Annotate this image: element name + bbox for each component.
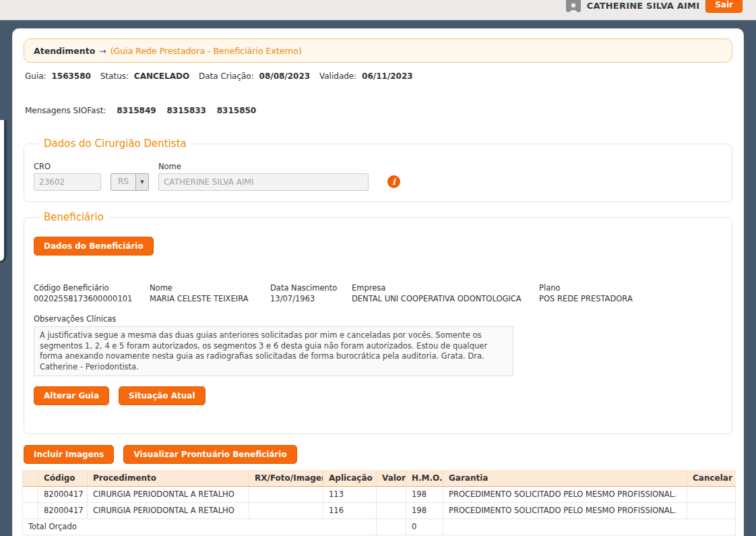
header-codigo: Código (38, 470, 88, 486)
guia-number: 1563580 (51, 71, 90, 81)
procedimento-cell: CIRURGIA PERIODONTAL A RETALHO (88, 502, 249, 518)
header-rx-foto-imagem: RX/Foto/Imagem (249, 470, 323, 486)
codigo-cell: 82000417 (38, 486, 88, 502)
cancelar-cell[interactable] (687, 486, 736, 502)
user-avatar-icon (566, 0, 581, 12)
dentista-fieldset: Dados do Cirurgião Dentista CRO RS ▼ Nom… (24, 138, 732, 202)
validade-value: 06/11/2023 (362, 71, 413, 81)
header-garantia: Garantia (443, 470, 687, 486)
aplicacao-cell: 116 (323, 502, 377, 518)
breadcrumb-root: Atendimento (34, 46, 95, 56)
uf-selected-value: RS (111, 174, 135, 190)
row-indent-cell (23, 486, 38, 502)
dentista-legend: Dados do Cirurgião Dentista (39, 138, 191, 150)
breadcrumb-arrow-icon: → (99, 46, 106, 56)
cancelar-cell[interactable] (687, 502, 736, 518)
nome-label: Nome (158, 162, 369, 171)
mensagens-siofast-line: Mensagens SIOFast: 8315849 8315833 83158… (25, 106, 731, 115)
codigo-cell: 82000417 (38, 502, 88, 518)
beneficiario-fields: Código Beneficiário 00202558173600000101… (34, 283, 722, 303)
info-icon[interactable]: i (387, 175, 400, 188)
garantia-cell: PROCEDIMENTO SOLICITADO PELO MESMO PROFI… (443, 502, 687, 518)
valor-cell (377, 502, 406, 518)
beneficiario-nome-label: Nome (150, 283, 261, 293)
plano-value: POS REDE PRESTADORA (539, 294, 633, 303)
header-cancelar: Cancelar (687, 470, 736, 486)
topbar: CATHERINE SILVA AIMI Sair (0, 0, 756, 20)
logout-button[interactable]: Sair (705, 0, 743, 13)
table-row: 82000417 CIRURGIA PERIODONTAL A RETALHO … (23, 502, 736, 518)
table-header-row: Código Procedimento RX/Foto/Imagem Aplic… (23, 470, 736, 486)
observacoes-clinicas-label: Observações Clínicas (34, 314, 722, 324)
guia-label: Guia: (25, 71, 46, 81)
status-label: Status: (100, 71, 129, 81)
row-indent-cell (23, 502, 38, 518)
data-nascimento-label: Data Nascimento (270, 283, 342, 293)
alterar-guia-button[interactable]: Alterar Guia (34, 386, 109, 405)
rx-cell (249, 502, 323, 518)
uf-select[interactable]: RS ▼ (111, 173, 149, 191)
total-empty-cell (443, 518, 736, 535)
observacoes-clinicas-text: A justificativa segue a mesma das duas g… (34, 326, 513, 376)
status-value: CANCELADO (134, 71, 189, 81)
plano-label: Plano (539, 283, 633, 293)
mensagens-label: Mensagens SIOFast: (25, 106, 106, 115)
guia-status-line: Guia: 1563580 Status: CANCELADO Data Cri… (25, 71, 731, 81)
total-hmo-cell: 0 (406, 518, 443, 535)
dentista-nome-input[interactable] (158, 173, 369, 191)
hmo-cell: 198 (406, 502, 443, 518)
beneficiario-legend: Beneficiário (39, 211, 108, 223)
mensagem-link[interactable]: 8315849 (117, 106, 156, 115)
garantia-cell: PROCEDIMENTO SOLICITADO PELO MESMO PROFI… (443, 486, 687, 502)
incluir-imagens-button[interactable]: Incluir Imagens (24, 445, 114, 464)
header-hmo: H.M.O. (406, 470, 443, 486)
breadcrumb-current: (Guia Rede Prestadora - Beneficiário Ext… (111, 46, 302, 56)
breadcrumb: Atendimento → (Guia Rede Prestadora - Be… (24, 38, 732, 63)
validade-label: Validade: (319, 71, 356, 81)
mensagem-link[interactable]: 8315833 (166, 106, 206, 115)
codigo-beneficiario-value: 00202558173600000101 (34, 294, 140, 303)
total-label-cell: Total Orçado (23, 518, 377, 535)
header-valor: Valor (377, 470, 406, 486)
table-row: 82000417 CIRURGIA PERIODONTAL A RETALHO … (23, 486, 736, 502)
beneficiario-nome-value: MARIA CELESTE TEIXEIRA (150, 294, 261, 303)
dados-beneficiario-button[interactable]: Dados do Beneficiário (34, 237, 154, 256)
total-row: Total Orçado 0 (23, 518, 736, 535)
header-aplicacao: Aplicação (323, 470, 377, 486)
valor-cell (377, 486, 406, 502)
total-valor-cell (377, 518, 406, 535)
cro-input[interactable] (34, 173, 101, 191)
data-criacao-value: 08/08/2023 (259, 71, 311, 81)
rx-cell (249, 486, 323, 502)
empresa-label: Empresa (352, 283, 530, 293)
visualizar-prontuario-button[interactable]: Visualizar Prontuário Beneficiário (123, 445, 296, 464)
empresa-value: DENTAL UNI COOPERATIVA ODONTOLOGICA (352, 294, 530, 303)
aplicacao-cell: 113 (323, 486, 377, 502)
beneficiario-fieldset: Beneficiário Dados do Beneficiário Códig… (24, 211, 732, 434)
hmo-cell: 198 (406, 486, 443, 502)
procedimento-cell: CIRURGIA PERIODONTAL A RETALHO (88, 486, 249, 502)
procedimentos-table: Código Procedimento RX/Foto/Imagem Aplic… (22, 470, 736, 536)
collapsed-side-panel-edge (0, 120, 7, 263)
logged-user-name: CATHERINE SILVA AIMI (587, 1, 699, 11)
header-indent (23, 470, 38, 486)
mensagem-link[interactable]: 8315850 (217, 106, 256, 115)
header-procedimento: Procedimento (88, 470, 249, 486)
situacao-atual-button[interactable]: Situação Atual (119, 386, 206, 405)
data-criacao-label: Data Criação: (199, 71, 254, 81)
chevron-down-icon[interactable]: ▼ (135, 174, 148, 190)
cro-label: CRO (34, 162, 101, 171)
codigo-beneficiario-label: Código Beneficiário (34, 283, 140, 293)
main-content-panel: Atendimento → (Guia Rede Prestadora - Be… (12, 28, 744, 536)
data-nascimento-value: 13/07/1963 (270, 294, 342, 303)
